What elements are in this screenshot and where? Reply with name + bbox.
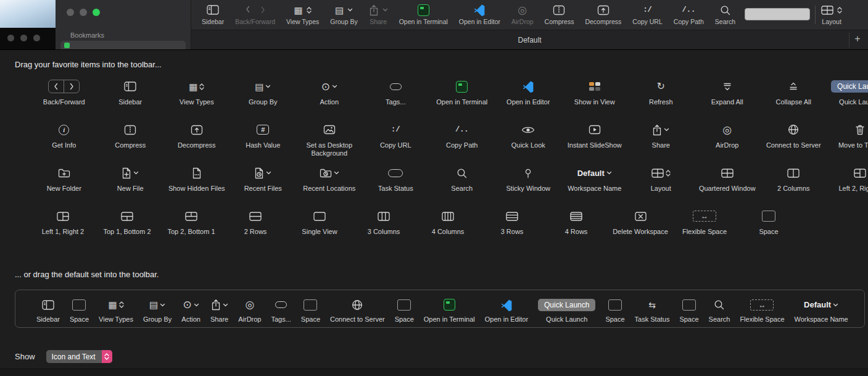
flexible-space-item[interactable]: ↔Flexible Space xyxy=(672,206,737,236)
connect-to-server-item[interactable]: Connect to Server xyxy=(330,295,385,323)
layout-item[interactable]: Layout xyxy=(628,162,695,193)
item-label: Layout xyxy=(651,185,671,193)
zoom-window-icon[interactable] xyxy=(93,9,100,16)
search-item[interactable]: Search xyxy=(709,295,730,323)
open-in-terminal-item[interactable]: Open in Terminal xyxy=(424,295,475,323)
single-view-item[interactable]: Single View xyxy=(287,206,352,236)
action-item[interactable]: ⊙Action xyxy=(296,76,363,106)
pin-icon xyxy=(524,162,532,183)
view-types-item[interactable]: ▦View Types xyxy=(163,76,230,106)
add-workspace-button[interactable]: + xyxy=(852,33,863,44)
space-item[interactable]: Space xyxy=(679,295,698,323)
space-item[interactable]: Space xyxy=(301,295,320,323)
workspace-tab[interactable]: Default xyxy=(191,36,868,44)
quartered-window-item[interactable]: Quartered Window xyxy=(694,162,761,193)
left-1-right-2-item[interactable]: Left 1, Right 2 xyxy=(31,206,95,236)
sticky-window-item[interactable]: Sticky Window xyxy=(495,162,562,193)
airdrop-item[interactable]: ◎AirDrop xyxy=(694,119,761,157)
2-rows-item[interactable]: 2 Rows xyxy=(223,206,287,236)
copy-path-item[interactable]: /..Copy Path xyxy=(429,119,495,157)
tags-item[interactable]: Tags... xyxy=(271,295,291,323)
4-columns-item[interactable]: 4 Columns xyxy=(416,206,480,236)
minimize-window-icon[interactable] xyxy=(80,9,87,16)
copy-path-item[interactable]: /..Copy Path xyxy=(668,0,709,25)
action-item[interactable]: ⊙Action xyxy=(181,295,200,323)
3-rows-item[interactable]: 3 Rows xyxy=(480,206,544,236)
window-dot-icon[interactable] xyxy=(33,35,40,41)
open-in-terminal-item[interactable]: Open in Terminal xyxy=(429,76,495,106)
open-in-terminal-item[interactable]: Open in Terminal xyxy=(394,0,453,25)
quick-launch-item[interactable]: Quick LaunchQuick Launch xyxy=(538,295,595,323)
decompress-item[interactable]: Decompress xyxy=(579,0,627,25)
view-types-item[interactable]: ▦View Types xyxy=(99,295,133,323)
copy-url-item[interactable]: :/Copy URL xyxy=(363,119,429,157)
copy-url-item[interactable]: :/Copy URL xyxy=(627,0,668,25)
decompress-item[interactable]: Decompress xyxy=(163,119,230,157)
close-window-icon[interactable] xyxy=(67,9,74,16)
airdrop-item[interactable]: ◎AirDrop xyxy=(238,295,261,323)
recent-files-item[interactable]: Recent Files xyxy=(230,162,297,193)
task-status-item[interactable]: Task Status xyxy=(363,162,429,193)
sidebar-item[interactable]: Sidebar xyxy=(97,76,164,106)
share-item[interactable]: Share xyxy=(210,295,228,323)
instant-slideshow-item[interactable]: Instant SlideShow xyxy=(561,119,628,157)
chevron-down-icon xyxy=(266,171,271,175)
new-file-item[interactable]: New File xyxy=(97,162,164,193)
space-item[interactable]: Space xyxy=(737,206,801,236)
3-columns-item[interactable]: 3 Columns xyxy=(352,206,416,236)
quick-launch-item[interactable]: Quick LaunchQuick Launch xyxy=(827,76,868,106)
delete-workspace-item[interactable]: Delete Workspace xyxy=(608,206,672,236)
top-1-bottom-2-item[interactable]: Top 1, Bottom 2 xyxy=(95,206,159,236)
space-item[interactable]: Space xyxy=(395,295,414,323)
open-in-editor-item[interactable]: Open in Editor xyxy=(453,0,506,25)
airdrop-item[interactable]: ◎AirDrop xyxy=(506,0,539,25)
4-rows-item[interactable]: 4 Rows xyxy=(544,206,608,236)
share-item[interactable]: Share xyxy=(363,0,394,25)
group-by-item[interactable]: ▤Group By xyxy=(230,76,297,106)
workspace-name-item[interactable]: DefaultWorkspace Name xyxy=(561,162,628,193)
top-2-bottom-1-item[interactable]: Top 2, Bottom 1 xyxy=(159,206,223,236)
tags-item[interactable]: Tags... xyxy=(363,76,429,106)
workspace-name-item[interactable]: DefaultWorkspace Name xyxy=(795,295,848,323)
compress-item[interactable]: Compress xyxy=(539,0,580,25)
expand-all-item[interactable]: Expand All xyxy=(694,76,761,106)
search-item[interactable]: Search xyxy=(709,0,741,25)
show-in-view-item[interactable]: Show in View xyxy=(561,76,628,106)
move-to-trash-item[interactable]: Move to Trash xyxy=(827,119,868,157)
refresh-item[interactable]: ↻Refresh xyxy=(628,76,695,106)
search-item[interactable]: Search xyxy=(429,162,495,193)
share-item[interactable]: Share xyxy=(628,119,695,157)
compress-item[interactable]: Compress xyxy=(97,119,164,157)
window-dot-icon[interactable] xyxy=(7,35,14,41)
new-folder-item[interactable]: New Folder xyxy=(31,162,97,193)
hash-value-item[interactable]: #Hash Value xyxy=(230,119,297,157)
group-by-item[interactable]: ▤Group By xyxy=(143,295,172,323)
sidebar-item[interactable]: Sidebar xyxy=(36,295,60,323)
view-types-item[interactable]: ▦View Types xyxy=(281,0,324,25)
space-item[interactable]: Space xyxy=(70,295,89,323)
set-as-desktop-background-item[interactable]: Set as Desktop Background xyxy=(296,119,363,157)
left-2-right-1-item[interactable]: Left 2, Right 1 xyxy=(827,162,868,193)
task-status-item[interactable]: ⇆Task Status xyxy=(635,295,670,323)
open-in-editor-item[interactable]: Open in Editor xyxy=(495,76,562,106)
recent-locations-item[interactable]: Recent Locations xyxy=(296,162,363,193)
window-dot-icon[interactable] xyxy=(20,35,27,41)
space-item[interactable]: Space xyxy=(605,295,624,323)
flexible-space-item[interactable]: ↔Flexible Space xyxy=(740,295,784,323)
layout-item[interactable]: Layout xyxy=(816,0,848,25)
sidebar-item[interactable]: Sidebar xyxy=(196,0,229,25)
toolbar-text-field[interactable] xyxy=(745,8,810,20)
back-forward-item[interactable]: Back/Forward xyxy=(229,0,281,25)
default-set-heading: ... or drag the default set into the too… xyxy=(15,270,159,279)
open-in-editor-item[interactable]: Open in Editor xyxy=(485,295,528,323)
back-forward-item[interactable]: Back/Forward xyxy=(31,76,97,106)
quick-look-item[interactable]: Quick Look xyxy=(495,119,562,157)
show-mode-select[interactable]: Icon and Text xyxy=(46,350,112,363)
show-hidden-files-item[interactable]: Show Hidden Files xyxy=(163,162,230,193)
get-info-item[interactable]: iGet Info xyxy=(31,119,97,157)
collapse-all-item[interactable]: Collapse All xyxy=(761,76,827,106)
2-columns-item[interactable]: 2 Columns xyxy=(761,162,827,193)
group-by-item[interactable]: ▤Group By xyxy=(324,0,363,25)
space-icon xyxy=(682,295,696,315)
connect-to-server-item[interactable]: Connect to Server xyxy=(761,119,827,157)
